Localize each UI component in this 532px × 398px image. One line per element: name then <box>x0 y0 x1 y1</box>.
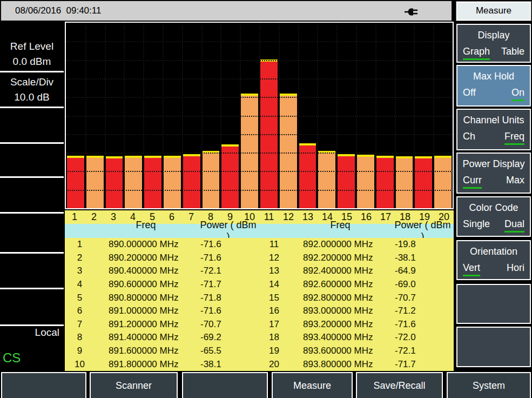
scanner-measure-screen: 08/06/2016 09:40:11 Ref Level 0.0 dBm Sc… <box>0 0 532 398</box>
softkey-blank[interactable] <box>456 284 531 324</box>
channel-cell: 19 <box>259 346 289 356</box>
table-row-half: 10891.800000 MHz-38.1 <box>65 359 259 370</box>
chart-gridline-vertical <box>433 23 434 208</box>
softkey-blank[interactable] <box>456 327 531 367</box>
softkey-option-on[interactable]: On <box>511 87 524 101</box>
table-row: 4890.600000 MHz-71.714892.600000 MHz-69.… <box>65 278 454 291</box>
scale-div-label: Scale/Div <box>0 75 64 90</box>
left-panel-divider <box>0 71 64 72</box>
scale-div-value: 10.0 dB <box>0 90 64 105</box>
freq-cell: 891.600000 MHz <box>95 346 197 356</box>
power-cell: -72.0 <box>392 332 454 343</box>
channel-cell: 7 <box>65 319 95 330</box>
left-panel-divider <box>0 324 64 326</box>
power-cell: -70.7 <box>197 319 259 330</box>
power-cell: -71.6 <box>392 319 454 330</box>
chart-gridline-vertical <box>259 23 260 208</box>
scale-div-readout: Scale/Div 10.0 dB <box>0 75 64 105</box>
channel-cell: 3 <box>65 266 95 276</box>
softkey-option-hori[interactable]: Hori <box>507 262 524 276</box>
softkey-option-graph[interactable]: Graph <box>463 46 490 60</box>
freq-cell: 893.400000 MHz <box>289 332 392 343</box>
bottom-key-blank[interactable] <box>182 372 268 398</box>
left-panel-divider <box>0 176 64 178</box>
softkey-option-off[interactable]: Off <box>463 87 476 101</box>
softkey-option-single[interactable]: Single <box>463 218 490 233</box>
left-settings-panel: Ref Level 0.0 dBm Scale/Div 10.0 dB Loca… <box>0 21 64 371</box>
power-cell: -72.1 <box>197 266 259 276</box>
bottom-key-measure[interactable]: Measure <box>272 372 353 398</box>
softkey-option-dual[interactable]: Dual <box>504 218 524 233</box>
power-cell: -19.8 <box>392 239 454 250</box>
channel-cell: 17 <box>259 319 289 330</box>
table-row-half: 5890.800000 MHz-71.8 <box>65 293 259 303</box>
softkey-max-hold[interactable]: Max Hold OffOn <box>456 65 531 107</box>
channel-cell: 12 <box>259 253 289 263</box>
table-row-half: 16893.000000 MHz-71.2 <box>259 306 454 316</box>
freq-cell: 891.400000 MHz <box>95 332 197 343</box>
freq-cell: 892.600000 MHz <box>289 279 392 290</box>
bottom-key-save-recall[interactable]: Save/Recall <box>356 372 443 398</box>
channel-cell: 9 <box>65 346 95 356</box>
softkey-option-vert[interactable]: Vert <box>463 262 480 276</box>
softkey-power-display[interactable]: Power Display CurrMax <box>456 152 531 194</box>
ref-level-readout: Ref Level 0.0 dBm <box>0 39 64 69</box>
freq-cell: 890.200000 MHz <box>95 253 197 263</box>
channel-cell: 2 <box>65 253 95 263</box>
freq-cell: 890.000000 MHz <box>95 239 197 250</box>
bottom-key-blank[interactable] <box>1 372 86 398</box>
softkey-color-code[interactable]: Color Code SingleDual <box>456 196 531 237</box>
softkey-channel-units[interactable]: Channel Units ChFreq <box>456 109 531 150</box>
chart-gridline-vertical <box>336 23 338 208</box>
freq-cell: 891.200000 MHz <box>95 319 197 330</box>
table-row: 2890.200000 MHz-71.612892.200000 MHz-38.… <box>65 251 454 265</box>
softkey-orientation[interactable]: Orientation VertHori <box>456 240 531 280</box>
power-cell: -72.1 <box>392 346 454 356</box>
softkey-option-max[interactable]: Max <box>506 175 524 189</box>
power-cell: -65.5 <box>197 346 259 356</box>
channel-cell: 16 <box>259 306 289 316</box>
power-cell: -71.6 <box>197 253 259 263</box>
chart-grid-front <box>66 23 453 208</box>
table-row: 10891.800000 MHz-38.120893.800000 MHz-71… <box>65 357 454 371</box>
ref-level-value: 0.0 dBm <box>0 54 64 69</box>
power-cell: -71.7 <box>392 359 454 370</box>
freq-cell: 892.000000 MHz <box>289 239 392 250</box>
channel-cell: 10 <box>65 359 95 370</box>
left-panel-divider <box>0 212 64 214</box>
chart-gridline-vertical <box>105 23 106 208</box>
softkey-option-ch[interactable]: Ch <box>463 131 475 145</box>
power-cell: -71.7 <box>197 279 259 290</box>
softkey-option-freq[interactable]: Freq <box>504 131 524 145</box>
freq-cell: 893.800000 MHz <box>289 359 392 370</box>
power-cell: -64.9 <box>392 266 454 276</box>
table-row: 6891.000000 MHz-71.616893.000000 MHz-71.… <box>65 304 454 318</box>
softkey-option-table[interactable]: Table <box>501 46 524 60</box>
left-panel-divider <box>0 252 64 254</box>
channel-power-chart <box>65 22 454 209</box>
table-row-half: 6891.000000 MHz-71.6 <box>65 306 259 316</box>
table-row-half: 12892.200000 MHz-38.1 <box>259 253 454 263</box>
bottom-key-scanner[interactable]: Scanner <box>90 372 178 398</box>
table-row-half: 19893.600000 MHz-72.1 <box>259 346 454 356</box>
left-panel-divider <box>0 288 64 289</box>
left-panel-divider <box>0 142 64 144</box>
bottom-key-system[interactable]: System <box>447 372 531 398</box>
channel-cell: 20 <box>259 359 289 370</box>
table-row: 5890.800000 MHz-71.815892.800000 MHz-70.… <box>65 291 454 304</box>
table-row-half: 9891.600000 MHz-65.5 <box>65 346 259 356</box>
table-row-half: 8891.400000 MHz-69.2 <box>65 332 259 343</box>
chart-gridline-vertical <box>356 23 357 208</box>
chart-gridline-vertical <box>414 23 415 208</box>
table-row: 1890.000000 MHz-71.611892.000000 MHz-19.… <box>65 238 454 251</box>
softkey-display[interactable]: Display GraphTable <box>456 24 531 63</box>
channel-cell: 13 <box>259 266 289 276</box>
table-row-half: 4890.600000 MHz-71.7 <box>65 279 259 290</box>
power-cell: -71.6 <box>197 239 259 250</box>
channel-cell: 6 <box>65 306 95 316</box>
chart-gridline-vertical <box>143 23 144 208</box>
channel-cell: 15 <box>259 293 289 303</box>
table-row-half: 17893.200000 MHz-71.6 <box>259 319 454 330</box>
softkey-option-curr[interactable]: Curr <box>463 175 482 189</box>
power-cell: -38.1 <box>197 359 259 370</box>
